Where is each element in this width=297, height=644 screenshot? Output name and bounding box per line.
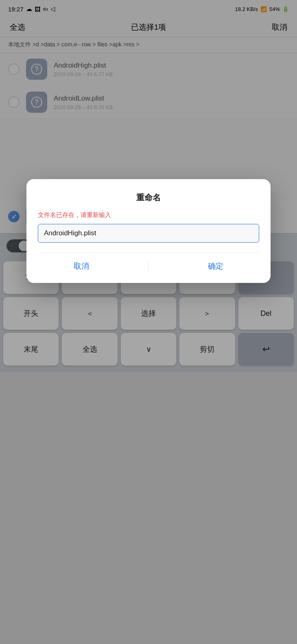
top-nav: 全选 已选择1项 取消 xyxy=(0,18,297,37)
file-icon-1: ? xyxy=(26,59,47,80)
file-item-2[interactable]: ? AndroidLow.plist 2020-09-29···:40 6.76… xyxy=(0,86,297,119)
key-select[interactable]: 选择 xyxy=(121,297,176,330)
dialog-title: 重命名 xyxy=(38,192,259,203)
status-right: 18.2 KB/s 📶 54% 🔋 xyxy=(235,6,289,12)
file-name-1: AndroidHigh.plist xyxy=(54,61,289,70)
time-display: 19:27 xyxy=(8,6,24,13)
breadcrumb: 本地文件 >d >data > com.e···row > files >apk… xyxy=(0,37,297,53)
dialog-cancel-button[interactable]: 取消 xyxy=(61,259,101,273)
file-radio-1[interactable] xyxy=(8,64,20,75)
signal-icon: du xyxy=(43,7,48,11)
battery-icon: 🔋 xyxy=(282,6,289,12)
kb-row-3: 末尾 全选 ∨ 剪切 ↩ xyxy=(3,333,294,366)
file-icon-2: ? xyxy=(26,92,47,113)
status-bar: 19:27 ☁ 🖼 du ◁ 18.2 KB/s 📶 54% 🔋 xyxy=(0,0,297,18)
dialog-actions: 取消 确定 xyxy=(38,252,259,273)
selection-title: 已选择1项 xyxy=(131,22,166,33)
dialog-divider xyxy=(148,259,148,273)
cancel-button[interactable]: 取消 xyxy=(272,22,287,33)
file-info-1: AndroidHigh.plist 2020-09-29···:40 6.77 … xyxy=(54,61,289,77)
cloud-icon: ☁ xyxy=(26,5,32,13)
kb-row-2: 开头 ＜ 选择 ＞ Del xyxy=(3,297,294,330)
file-info-2: AndroidLow.plist 2020-09-29···:40 6.76 K… xyxy=(54,94,289,110)
dialog-container: 重命名 文件名已存在，请重新输入 取消 确定 xyxy=(26,179,271,283)
location-icon: ◁ xyxy=(50,5,55,13)
key-left[interactable]: ＜ xyxy=(62,297,117,330)
file-icon-inner-2: ? xyxy=(31,96,42,108)
wifi-icon: 📶 xyxy=(260,6,267,12)
network-speed: 18.2 KB/s xyxy=(235,6,258,12)
file-meta-2: 2020-09-29···:40 6.76 KB xyxy=(54,104,289,110)
key-cut[interactable]: 剪切 xyxy=(179,333,235,366)
toggle-label: 讯飞 xyxy=(11,243,19,249)
image-icon: 🖼 xyxy=(35,6,41,13)
key-select-all[interactable]: 全选 xyxy=(62,333,117,366)
file-radio-bottom[interactable] xyxy=(8,211,20,222)
file-name-2: AndroidLow.plist xyxy=(54,94,289,103)
file-radio-2[interactable] xyxy=(8,96,20,108)
file-meta-1: 2020-09-29···:40 6.77 KB xyxy=(54,71,289,77)
rename-dialog: 重命名 文件名已存在，请重新输入 取消 确定 xyxy=(26,179,271,283)
key-del[interactable]: Del xyxy=(238,297,294,330)
key-enter[interactable]: ↩ xyxy=(238,333,294,366)
key-down[interactable]: ∨ xyxy=(121,333,176,366)
battery-display: 54% xyxy=(269,6,280,12)
breadcrumb-text: 本地文件 >d >data > com.e···row > files >apk… xyxy=(8,41,140,48)
dialog-error-text: 文件名已存在，请重新输入 xyxy=(38,211,259,219)
select-all-button[interactable]: 全选 xyxy=(10,22,25,33)
key-right[interactable]: ＞ xyxy=(179,297,235,330)
key-home[interactable]: 开头 xyxy=(3,297,59,330)
status-time: 19:27 ☁ 🖼 du ◁ xyxy=(8,5,55,13)
file-icon-inner-1: ? xyxy=(31,64,42,75)
file-item[interactable]: ? AndroidHigh.plist 2020-09-29···:40 6.7… xyxy=(0,53,297,86)
key-end[interactable]: 末尾 xyxy=(3,333,59,366)
rename-input[interactable] xyxy=(38,224,259,243)
dialog-confirm-button[interactable]: 确定 xyxy=(196,259,236,273)
